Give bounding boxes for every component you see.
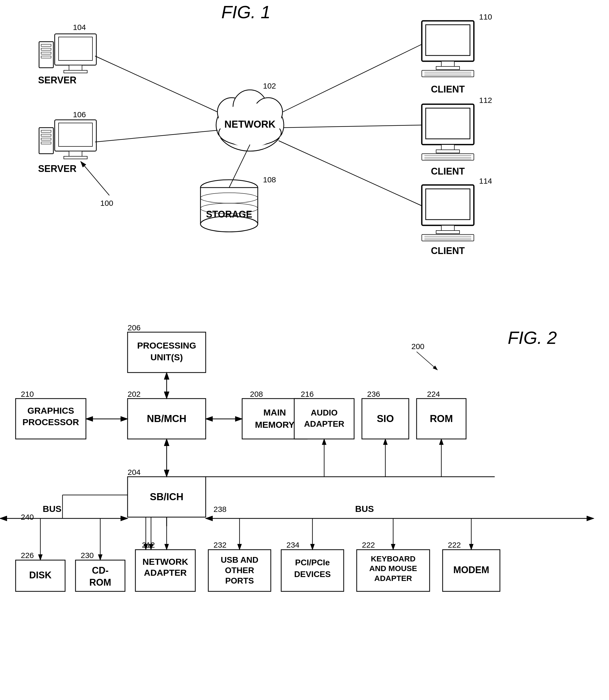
ref-216: 216: [301, 390, 314, 398]
ref-222: 222: [362, 541, 375, 549]
page: FIG. 1 NETWORK 102: [0, 0, 609, 700]
svg-rect-50: [422, 235, 474, 241]
svg-rect-42: [422, 154, 474, 160]
ref-230: 230: [81, 551, 94, 560]
pci-devices-label-2: DEVICES: [294, 569, 331, 579]
client2-label: CLIENT: [431, 166, 465, 177]
modem-label: MODEM: [453, 565, 489, 575]
svg-rect-10: [64, 70, 87, 73]
fig1-diagram: FIG. 1 NETWORK 102: [0, 0, 609, 318]
ref-204: 204: [127, 468, 141, 477]
server1-label: SERVER: [38, 75, 76, 85]
ref-240: 240: [21, 513, 34, 521]
storage-label: STORAGE: [206, 209, 252, 220]
svg-rect-32: [441, 61, 454, 66]
svg-rect-19: [64, 156, 87, 159]
svg-rect-33: [436, 66, 459, 70]
svg-rect-9: [69, 65, 82, 70]
sb-ich-label: SB/ICH: [150, 491, 184, 502]
svg-rect-49: [436, 231, 459, 234]
line-network-client1: [282, 44, 422, 112]
ref-106: 106: [73, 110, 86, 119]
disk-label: DISK: [29, 570, 52, 580]
client1-label: CLIENT: [431, 84, 465, 95]
ref-200-arrow: [417, 352, 437, 370]
ref-212: 212: [142, 541, 155, 549]
processing-unit-label-1: PROCESSING: [137, 341, 196, 351]
svg-rect-31: [426, 25, 470, 55]
svg-rect-47: [426, 189, 470, 220]
svg-rect-21: [41, 130, 51, 132]
ref-234: 234: [286, 541, 299, 549]
svg-rect-13: [41, 48, 51, 50]
svg-rect-18: [69, 151, 82, 156]
rom-label: ROM: [430, 413, 453, 424]
svg-rect-14: [41, 52, 51, 54]
nb-mch-label: NB/MCH: [147, 413, 187, 424]
main-memory-label-2: MEMORY: [255, 420, 295, 430]
svg-rect-22: [41, 134, 51, 136]
svg-rect-17: [58, 123, 92, 147]
audio-adapter-box: [294, 398, 354, 439]
keyboard-mouse-label-1: KEYBOARD: [371, 554, 416, 563]
keyboard-mouse-label-3: ADAPTER: [374, 574, 412, 582]
graphics-processor-label-2: PROCESSOR: [22, 417, 79, 427]
client3-label: CLIENT: [431, 245, 465, 256]
bus-right-label: BUS: [355, 504, 374, 514]
ref-102: 102: [263, 82, 276, 90]
audio-adapter-label-1: AUDIO: [311, 408, 337, 417]
usb-ports-label-2: OTHER: [225, 566, 254, 575]
ref-104: 104: [73, 23, 86, 32]
ref-200: 200: [412, 342, 424, 351]
cd-rom-label-1: CD-: [92, 565, 108, 576]
ref-208: 208: [250, 390, 263, 398]
svg-rect-39: [426, 108, 470, 139]
usb-ports-label-1: USB AND: [221, 555, 259, 565]
svg-rect-8: [58, 37, 92, 61]
ref-100-arrow: [81, 161, 109, 195]
cd-rom-label-2: ROM: [89, 577, 111, 588]
network-adapter-label-2: ADAPTER: [144, 568, 187, 578]
svg-rect-12: [41, 44, 51, 46]
ref-110: 110: [479, 13, 492, 21]
usb-ports-label-3: PORTS: [225, 576, 254, 585]
graphics-processor-label-1: GRAPHICS: [27, 406, 74, 415]
line-network-client3: [279, 141, 422, 206]
ref-224: 224: [427, 390, 440, 398]
main-memory-label-1: MAIN: [263, 407, 286, 417]
ref-210: 210: [21, 390, 34, 398]
ref-238: 238: [213, 505, 227, 513]
svg-rect-48: [441, 225, 454, 231]
line-network-server2: [95, 130, 218, 142]
processing-unit-label-2: UNIT(S): [151, 352, 183, 362]
ref-202: 202: [127, 390, 141, 398]
audio-adapter-label-2: ADAPTER: [304, 419, 345, 429]
ref-232: 232: [213, 541, 227, 549]
svg-rect-24: [41, 142, 51, 144]
ref-226: 226: [21, 551, 34, 560]
sio-label: SIO: [377, 413, 394, 424]
fig1-title: FIG. 1: [221, 2, 271, 22]
keyboard-mouse-label-2: AND MOUSE: [369, 564, 417, 573]
svg-rect-15: [41, 56, 51, 58]
fig2-diagram: FIG. 2 200 PROCESSING UNIT(S) 206 NB/MCH…: [0, 318, 609, 698]
pci-devices-label-1: PCI/PCIe: [295, 558, 330, 567]
line-network-server1: [95, 56, 218, 112]
svg-rect-40: [441, 144, 454, 150]
svg-rect-34: [422, 70, 474, 77]
ref-108: 108: [263, 175, 276, 184]
svg-rect-41: [436, 150, 459, 153]
server2-label: SERVER: [38, 163, 76, 174]
ref-modem-222: 222: [448, 541, 461, 549]
ref-100: 100: [100, 199, 113, 207]
fig2-title: FIG. 2: [508, 328, 557, 347]
ref-112: 112: [479, 96, 492, 104]
network-adapter-label-1: NETWORK: [142, 557, 188, 567]
line-network-client2: [284, 125, 422, 127]
ref-236: 236: [367, 390, 380, 398]
ref-114: 114: [479, 177, 492, 185]
ref-206: 206: [127, 323, 141, 332]
svg-rect-23: [41, 138, 51, 140]
bus-left-label: BUS: [43, 504, 62, 514]
network-label: NETWORK: [224, 119, 276, 130]
